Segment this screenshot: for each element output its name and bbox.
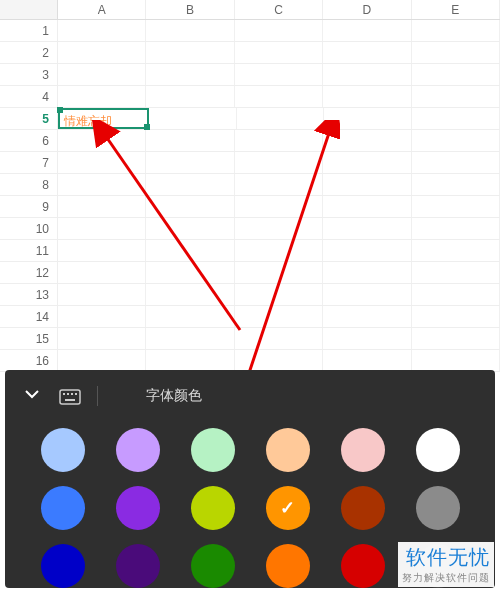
color-swatch[interactable] [41, 428, 85, 472]
row-header[interactable]: 5 [0, 108, 58, 129]
col-header-d[interactable]: D [323, 0, 411, 19]
cell[interactable] [146, 328, 234, 349]
row-header[interactable]: 1 [0, 20, 58, 41]
cell[interactable] [412, 240, 500, 261]
cell[interactable] [146, 350, 234, 371]
row-header[interactable]: 9 [0, 196, 58, 217]
cell[interactable] [149, 108, 237, 129]
cell[interactable] [58, 196, 146, 217]
cell[interactable] [323, 42, 411, 63]
cell[interactable] [235, 20, 323, 41]
chevron-down-icon[interactable] [13, 385, 51, 408]
cell[interactable] [323, 262, 411, 283]
cell[interactable] [146, 130, 234, 151]
cell[interactable] [235, 306, 323, 327]
cell[interactable]: 情难忘却 [58, 108, 149, 129]
row-header[interactable]: 7 [0, 152, 58, 173]
color-swatch[interactable] [341, 544, 385, 588]
row-header[interactable]: 11 [0, 240, 58, 261]
cell[interactable] [146, 240, 234, 261]
cell[interactable] [412, 86, 500, 107]
cell[interactable] [412, 284, 500, 305]
cell[interactable] [58, 130, 146, 151]
cell[interactable] [146, 174, 234, 195]
cell[interactable] [323, 240, 411, 261]
cell[interactable] [146, 218, 234, 239]
row-header[interactable]: 10 [0, 218, 58, 239]
cell[interactable] [58, 350, 146, 371]
color-swatch[interactable] [116, 544, 160, 588]
cell[interactable] [58, 284, 146, 305]
cell[interactable] [412, 108, 500, 129]
cell[interactable] [146, 284, 234, 305]
row-header[interactable]: 3 [0, 64, 58, 85]
cell[interactable] [235, 262, 323, 283]
cell[interactable] [412, 262, 500, 283]
row-header[interactable]: 12 [0, 262, 58, 283]
cell[interactable] [146, 64, 234, 85]
keyboard-icon[interactable] [51, 387, 89, 405]
color-swatch[interactable] [191, 544, 235, 588]
color-swatch[interactable] [116, 428, 160, 472]
color-swatch[interactable]: ✓ [266, 486, 310, 530]
row-header[interactable]: 15 [0, 328, 58, 349]
row-header[interactable]: 16 [0, 350, 58, 371]
row-header[interactable]: 8 [0, 174, 58, 195]
row-header[interactable]: 2 [0, 42, 58, 63]
cell[interactable] [146, 20, 234, 41]
cell[interactable] [323, 218, 411, 239]
row-header[interactable]: 4 [0, 86, 58, 107]
cell[interactable] [323, 20, 411, 41]
corner-cell[interactable] [0, 0, 58, 19]
cell[interactable] [323, 174, 411, 195]
cell[interactable] [237, 108, 325, 129]
cell[interactable] [58, 64, 146, 85]
cell[interactable] [58, 86, 146, 107]
color-swatch[interactable] [416, 486, 460, 530]
cell[interactable] [412, 350, 500, 371]
cell[interactable] [58, 306, 146, 327]
cell[interactable] [412, 20, 500, 41]
cell[interactable] [58, 218, 146, 239]
color-swatch[interactable] [116, 486, 160, 530]
cell[interactable] [146, 42, 234, 63]
cell[interactable] [412, 42, 500, 63]
cell[interactable] [323, 284, 411, 305]
cell[interactable] [323, 86, 411, 107]
color-swatch[interactable] [266, 544, 310, 588]
color-swatch[interactable] [341, 428, 385, 472]
selection-handle[interactable] [57, 107, 63, 113]
cell[interactable] [58, 152, 146, 173]
cell[interactable] [235, 328, 323, 349]
color-swatch[interactable] [41, 544, 85, 588]
cell[interactable] [235, 64, 323, 85]
cell[interactable] [146, 152, 234, 173]
cell[interactable] [412, 130, 500, 151]
spreadsheet[interactable]: A B C D E 12345情难忘却678910111213141516 [0, 0, 500, 400]
cell[interactable] [324, 108, 412, 129]
row-header[interactable]: 6 [0, 130, 58, 151]
row-header[interactable]: 14 [0, 306, 58, 327]
cell[interactable] [58, 328, 146, 349]
cell[interactable] [146, 306, 234, 327]
col-header-c[interactable]: C [235, 0, 323, 19]
cell[interactable] [323, 64, 411, 85]
cell[interactable] [146, 196, 234, 217]
cell[interactable] [146, 262, 234, 283]
cell[interactable] [235, 86, 323, 107]
cell[interactable] [58, 20, 146, 41]
col-header-a[interactable]: A [58, 0, 146, 19]
cell[interactable] [412, 174, 500, 195]
cell[interactable] [412, 306, 500, 327]
cell[interactable] [235, 130, 323, 151]
cell[interactable] [146, 86, 234, 107]
cell[interactable] [323, 328, 411, 349]
cell[interactable] [412, 64, 500, 85]
cell[interactable] [235, 350, 323, 371]
cell[interactable] [58, 42, 146, 63]
cell[interactable] [58, 240, 146, 261]
cell[interactable] [235, 218, 323, 239]
cell[interactable] [235, 42, 323, 63]
color-swatch[interactable] [416, 428, 460, 472]
color-swatch[interactable] [191, 428, 235, 472]
